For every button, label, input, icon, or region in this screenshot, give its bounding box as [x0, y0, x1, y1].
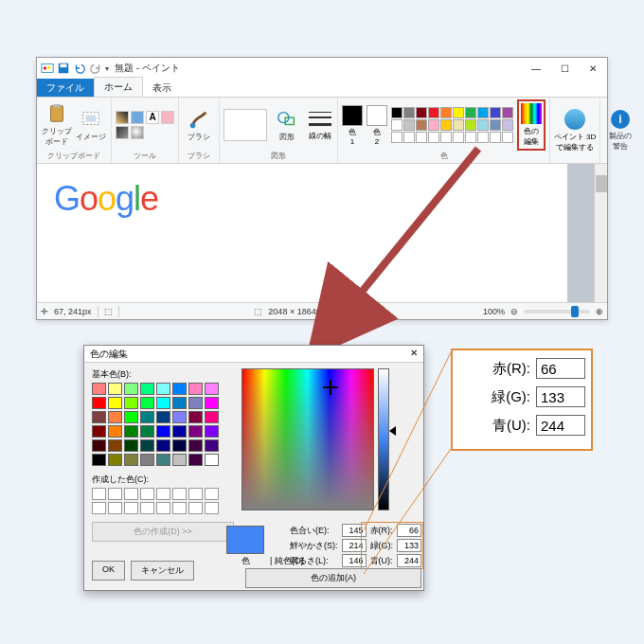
shapes-gallery[interactable] — [224, 109, 267, 141]
zoom-out-button[interactable]: ⊖ — [510, 307, 518, 316]
qat-dropdown-icon[interactable]: ▾ — [105, 64, 109, 73]
basic-color-swatch[interactable] — [172, 425, 187, 438]
palette-swatch[interactable] — [453, 132, 464, 143]
paint3d-button[interactable]: ペイント 3D で編集する — [554, 109, 596, 152]
basic-color-swatch[interactable] — [108, 454, 122, 466]
basic-colors-grid[interactable] — [92, 383, 234, 466]
basic-color-swatch[interactable] — [205, 454, 219, 466]
basic-color-swatch[interactable] — [92, 383, 106, 395]
basic-color-swatch[interactable] — [188, 454, 203, 466]
image-button[interactable]: イメージ — [75, 109, 107, 142]
palette-swatch[interactable] — [391, 119, 402, 131]
palette-swatch[interactable] — [416, 119, 427, 131]
palette-swatch[interactable] — [453, 119, 464, 131]
minimize-button[interactable]: — — [522, 58, 550, 79]
close-button[interactable]: ✕ — [579, 58, 607, 79]
basic-color-swatch[interactable] — [156, 439, 170, 452]
basic-color-swatch[interactable] — [92, 397, 106, 409]
color-gradient[interactable] — [242, 368, 374, 510]
color-palette[interactable] — [391, 107, 513, 143]
basic-color-swatch[interactable] — [188, 383, 203, 395]
zoom-slider[interactable] — [524, 310, 590, 313]
basic-color-swatch[interactable] — [140, 439, 154, 452]
palette-swatch[interactable] — [440, 119, 452, 131]
palette-swatch[interactable] — [465, 119, 476, 131]
sat-input[interactable] — [342, 539, 367, 552]
vertical-scrollbar[interactable] — [594, 164, 607, 302]
palette-swatch[interactable] — [490, 119, 501, 131]
zoom-green-input[interactable] — [536, 386, 585, 407]
basic-color-swatch[interactable] — [124, 439, 138, 452]
text-icon[interactable]: A — [146, 111, 159, 124]
basic-color-swatch[interactable] — [205, 397, 219, 409]
basic-color-swatch[interactable] — [205, 411, 219, 423]
basic-color-swatch[interactable] — [124, 454, 138, 466]
palette-swatch[interactable] — [465, 107, 476, 118]
basic-color-swatch[interactable] — [124, 425, 138, 438]
palette-swatch[interactable] — [403, 119, 415, 131]
basic-color-swatch[interactable] — [124, 411, 138, 423]
basic-color-swatch[interactable] — [172, 411, 187, 423]
basic-color-swatch[interactable] — [108, 411, 122, 423]
basic-color-swatch[interactable] — [92, 425, 106, 438]
ok-button[interactable]: OK — [92, 561, 125, 581]
basic-color-swatch[interactable] — [140, 383, 154, 395]
hue-input[interactable] — [342, 524, 367, 537]
palette-swatch[interactable] — [391, 107, 402, 118]
basic-color-swatch[interactable] — [172, 397, 187, 409]
clipboard-button[interactable]: クリップ ボード — [41, 103, 73, 147]
luminance-bar[interactable] — [378, 368, 389, 510]
zoom-blue-input[interactable] — [536, 415, 585, 436]
picker-icon[interactable] — [116, 126, 129, 139]
basic-color-swatch[interactable] — [92, 439, 106, 452]
color1-button[interactable]: 色 1 — [342, 105, 363, 146]
palette-swatch[interactable] — [428, 119, 439, 131]
tab-home[interactable]: ホーム — [94, 77, 143, 97]
basic-color-swatch[interactable] — [172, 383, 187, 395]
palette-swatch[interactable] — [440, 107, 452, 118]
brush-button[interactable]: ブラシ — [183, 109, 215, 142]
basic-color-swatch[interactable] — [188, 425, 203, 438]
basic-color-swatch[interactable] — [108, 439, 122, 452]
zoom-in-button[interactable]: ⊕ — [596, 307, 603, 316]
palette-swatch[interactable] — [465, 132, 476, 143]
basic-color-swatch[interactable] — [124, 383, 138, 395]
palette-swatch[interactable] — [403, 132, 415, 143]
palette-swatch[interactable] — [416, 107, 427, 118]
zoom-icon[interactable] — [131, 126, 144, 139]
canvas[interactable]: Google — [37, 164, 567, 302]
palette-swatch[interactable] — [490, 132, 501, 143]
tab-view[interactable]: 表示 — [143, 79, 181, 97]
dialog-close-button[interactable]: ✕ — [410, 348, 418, 360]
palette-swatch[interactable] — [502, 132, 513, 143]
shapes-button[interactable]: 図形 — [271, 109, 303, 142]
palette-swatch[interactable] — [453, 107, 464, 118]
basic-color-swatch[interactable] — [188, 439, 203, 452]
basic-color-swatch[interactable] — [156, 454, 170, 466]
edit-colors-button[interactable]: 色の 編集 — [517, 99, 546, 151]
basic-color-swatch[interactable] — [108, 425, 122, 438]
basic-color-swatch[interactable] — [156, 383, 170, 395]
palette-swatch[interactable] — [490, 107, 501, 118]
alerts-button[interactable]: i 製品の 警告 — [604, 110, 636, 152]
palette-swatch[interactable] — [403, 107, 415, 118]
basic-color-swatch[interactable] — [124, 397, 138, 409]
basic-color-swatch[interactable] — [156, 411, 170, 423]
palette-swatch[interactable] — [391, 132, 402, 143]
basic-color-swatch[interactable] — [156, 397, 170, 409]
basic-color-swatch[interactable] — [172, 439, 187, 452]
color2-button[interactable]: 色 2 — [367, 105, 387, 146]
eraser-icon[interactable] — [161, 111, 174, 124]
custom-colors-grid[interactable] — [92, 488, 234, 514]
fill-icon[interactable] — [131, 111, 144, 124]
zoom-red-input[interactable] — [536, 358, 585, 379]
basic-color-swatch[interactable] — [172, 454, 187, 466]
basic-color-swatch[interactable] — [92, 454, 106, 466]
basic-color-swatch[interactable] — [140, 411, 154, 423]
palette-swatch[interactable] — [428, 132, 439, 143]
undo-icon[interactable] — [73, 62, 86, 75]
pencil-icon[interactable] — [116, 111, 129, 124]
basic-color-swatch[interactable] — [92, 411, 106, 423]
tab-file[interactable]: ファイル — [37, 79, 94, 97]
basic-color-swatch[interactable] — [205, 383, 219, 395]
